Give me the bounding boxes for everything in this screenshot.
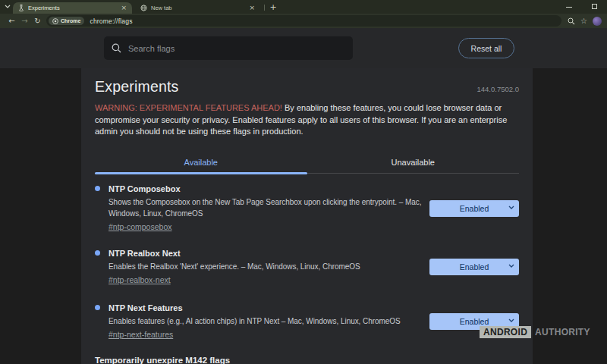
chevron-down-icon [508, 318, 514, 322]
tab-search-icon[interactable] [2, 2, 12, 11]
availability-tabs: Available Unavailable [95, 151, 519, 174]
title-row: Experiments 144.0.7502.0 [95, 78, 519, 96]
browser-tab-new-tab[interactable]: New tab × [135, 2, 260, 14]
flags-content-panel: Experiments 144.0.7502.0 WARNING: EXPERI… [81, 68, 533, 364]
address-bar[interactable]: Chrome chrome://flags [46, 15, 561, 27]
tab-unavailable[interactable]: Unavailable [307, 151, 520, 173]
flask-icon [18, 5, 24, 11]
url-text: chrome://flags [90, 17, 132, 25]
flag-name: NTP Next Features [109, 303, 426, 314]
browser-tab-experiments[interactable]: Experiments × [13, 2, 132, 14]
enabled-dot-icon [95, 186, 100, 191]
flag-list: NTP Composebox Shows the Composebox on t… [95, 184, 519, 340]
tab-title: Experiments [28, 5, 117, 11]
page-background: Experiments 144.0.7502.0 WARNING: EXPERI… [0, 68, 607, 364]
flags-search-box[interactable] [104, 36, 353, 60]
tab-strip: Experiments × New tab × + [0, 0, 607, 14]
minimize-icon [566, 7, 572, 8]
search-input[interactable] [128, 44, 345, 53]
chrome-logo-icon [52, 18, 58, 24]
enabled-dot-icon [95, 250, 100, 256]
tab-divider [264, 5, 265, 11]
chevron-down-icon [508, 264, 514, 268]
flag-value-dropdown[interactable]: Enabled [429, 259, 519, 275]
unexpire-section-heading: Temporarily unexpire M142 flags [95, 356, 519, 364]
flag-name: NTP Composebox [109, 184, 426, 195]
tab-available[interactable]: Available [95, 151, 307, 173]
back-icon[interactable]: ← [5, 15, 18, 27]
flag-value-dropdown[interactable]: Enabled [429, 200, 519, 217]
profile-avatar[interactable] [593, 17, 602, 26]
flag-permalink[interactable]: #ntp-next-features [109, 330, 173, 339]
watermark-android: ANDROID [480, 326, 531, 338]
flag-row-ntp-next-features: NTP Next Features Enables features (e.g.… [95, 303, 519, 340]
browser-window: Experiments × New tab × + ← → ↻ Chro [0, 0, 607, 364]
flag-row-ntp-composebox: NTP Composebox Shows the Composebox on t… [95, 184, 519, 233]
forward-icon[interactable]: → [18, 15, 31, 27]
maximize-icon [592, 4, 597, 9]
warning-label: WARNING: EXPERIMENTAL FEATURES AHEAD! [95, 103, 282, 112]
reload-icon[interactable]: ↻ [31, 15, 44, 27]
toolbar-icons: ☆ [568, 17, 602, 26]
flag-description: Shows the Composebox on the New Tab Page… [109, 196, 426, 219]
experimental-warning: WARNING: EXPERIMENTAL FEATURES AHEAD! By… [95, 102, 519, 138]
flag-name: NTP Realbox Next [109, 248, 426, 259]
browser-toolbar: ← → ↻ Chrome chrome://flags ☆ [0, 14, 607, 28]
android-authority-watermark: ANDROID AUTHORITY [480, 326, 590, 338]
site-chip[interactable]: Chrome [49, 17, 84, 25]
close-icon[interactable]: × [249, 5, 255, 11]
zoom-icon[interactable] [568, 17, 575, 25]
tab-title: New tab [151, 5, 245, 11]
site-chip-label: Chrome [61, 18, 80, 24]
search-icon [112, 43, 121, 53]
watermark-authority: AUTHORITY [535, 327, 590, 337]
minimize-button[interactable] [557, 0, 582, 14]
bookmark-star-icon[interactable]: ☆ [580, 17, 587, 25]
new-tab-button[interactable]: + [268, 2, 278, 12]
flag-permalink[interactable]: #ntp-realbox-next [109, 275, 171, 284]
chevron-down-icon [508, 206, 514, 209]
window-controls [557, 0, 607, 14]
flags-page-header: Reset all [0, 28, 607, 68]
flag-row-ntp-realbox-next: NTP Realbox Next Enables the Realbox 'Ne… [95, 248, 519, 286]
enabled-dot-icon [95, 305, 100, 310]
maximize-button[interactable] [582, 0, 607, 14]
globe-icon [140, 5, 147, 11]
flag-description: Enables features (e.g., AI action chips)… [109, 315, 426, 327]
version-number: 144.0.7502.0 [477, 85, 519, 93]
page-title: Experiments [95, 78, 179, 96]
reset-all-button[interactable]: Reset all [458, 38, 514, 58]
close-icon[interactable]: × [121, 5, 127, 11]
flag-description: Enables the Realbox 'Next' experience. –… [109, 261, 426, 272]
flag-permalink[interactable]: #ntp-composebox [109, 222, 171, 231]
